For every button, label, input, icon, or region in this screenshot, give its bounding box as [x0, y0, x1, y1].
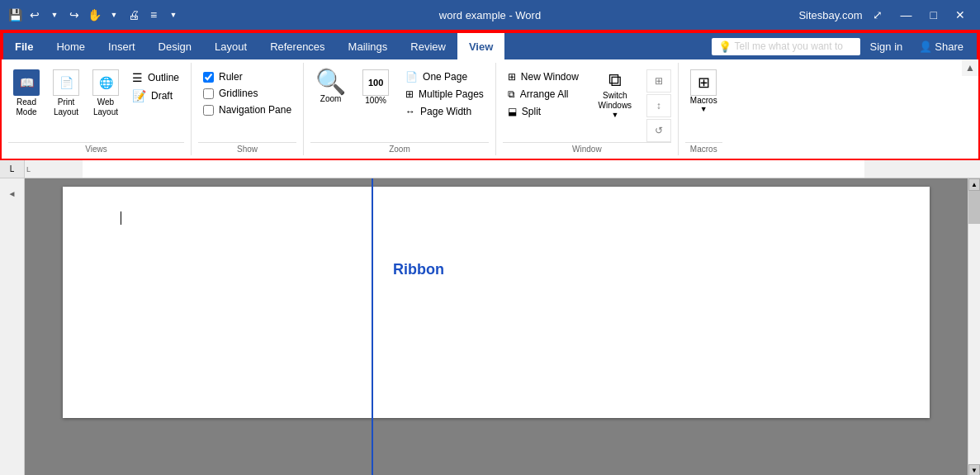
web-layout-icon: 🌐 [92, 69, 119, 96]
print-layout-button[interactable]: 📄 PrintLayout [48, 66, 84, 121]
ribbon-annotation: Ribbon [393, 261, 444, 278]
window-controls: — □ ✕ [892, 7, 973, 23]
print-layout-icon: 📄 [53, 69, 79, 96]
ribbon-group-zoom: 🔍 Zoom 100 100% 📄 One Page ⊞ Mult [304, 63, 496, 155]
maximize-button[interactable]: □ [922, 7, 945, 23]
ribbon-right-section: 💡 Tell me what you want to Sign in 👤 Sha… [712, 33, 977, 59]
reset-position-button[interactable]: ↺ [646, 119, 671, 142]
share-button[interactable]: 👤 Share [912, 40, 970, 53]
expand-icon[interactable]: ▼ [165, 7, 182, 23]
gridlines-checkbox[interactable] [203, 88, 214, 99]
person-icon: 👤 [919, 40, 932, 53]
draft-icon: 📝 [132, 89, 146, 102]
view-side-by-side-button[interactable]: ⊞ [646, 69, 671, 93]
vertical-ruler: ◄ [0, 178, 25, 475]
ruler-ticks: L [25, 160, 980, 178]
sign-in-button[interactable]: Sign in [864, 40, 910, 53]
macros-button[interactable]: ⊞ Macros ▼ [685, 66, 722, 116]
zoom-button[interactable]: 🔍 Zoom [310, 66, 351, 107]
horizontal-ruler: L [25, 160, 980, 178]
new-window-label: New Window [521, 71, 579, 83]
svg-text:L: L [26, 165, 31, 173]
scroll-up-button[interactable]: ▲ [968, 178, 980, 191]
read-mode-button[interactable]: 📖 ReadMode [8, 66, 45, 121]
tab-references[interactable]: References [258, 33, 336, 59]
multiple-pages-button[interactable]: ⊞ Multiple Pages [400, 87, 489, 102]
nav-pane-checkbox-label[interactable]: Navigation Pane [198, 102, 296, 117]
arrange-all-icon: ⧉ [508, 88, 515, 100]
ruler-checkbox-label[interactable]: Ruler [198, 69, 296, 84]
touch-dropdown-icon[interactable]: ▼ [106, 7, 122, 23]
collapse-nav-button[interactable]: ◄ [0, 187, 24, 200]
ruler-corner[interactable]: L [0, 160, 25, 178]
tab-mailings[interactable]: Mailings [337, 33, 400, 59]
one-page-button[interactable]: 📄 One Page [400, 69, 489, 84]
ruler-checkbox[interactable] [203, 72, 214, 83]
zoom-100-label: 100% [365, 96, 386, 105]
macros-dropdown-icon: ▼ [700, 105, 708, 113]
redo-icon[interactable]: ↪ [66, 7, 83, 23]
outline-button[interactable]: ☰ Outline [127, 69, 184, 86]
draft-button[interactable]: 📝 Draft [127, 88, 184, 104]
ribbon-content: 📖 ReadMode 📄 PrintLayout [2, 59, 978, 159]
split-label: Split [522, 106, 541, 117]
zoom-100-button[interactable]: 100 100% [357, 66, 394, 108]
macros-label: Macros [690, 96, 717, 105]
title-bar: 💾 ↩ ▼ ↪ ✋ ▼ 🖨 ≡ ▼ word example - Word Si… [0, 0, 980, 30]
fullscreen-icon[interactable]: ⤢ [869, 7, 886, 23]
customize-icon[interactable]: ≡ [145, 7, 162, 23]
switch-windows-button[interactable]: ⧉ SwitchWindows ▼ [590, 66, 640, 122]
undo-icon[interactable]: ↩ [26, 7, 43, 23]
new-window-button[interactable]: ⊞ New Window [503, 69, 584, 84]
page-width-label: Page Width [420, 106, 471, 117]
nav-pane-checkbox[interactable] [203, 105, 214, 116]
tab-file[interactable]: File [3, 33, 45, 59]
tab-layout[interactable]: Layout [203, 33, 258, 59]
page-width-button[interactable]: ↔ Page Width [400, 104, 489, 119]
undo-dropdown-icon[interactable]: ▼ [46, 7, 63, 23]
show-content: Ruler Gridlines Navigation Pane [198, 63, 296, 142]
split-button[interactable]: ⬓ Split [503, 104, 584, 119]
ribbon-collapse-button[interactable]: ▲ [962, 59, 978, 76]
page-width-icon: ↔ [405, 106, 415, 117]
window-group-label: Window [503, 142, 671, 155]
arrange-all-button[interactable]: ⧉ Arrange All [503, 87, 584, 102]
views-group-label: Views [8, 142, 184, 155]
arrange-all-label: Arrange All [520, 88, 569, 100]
split-icon: ⬓ [508, 106, 517, 117]
tab-insert[interactable]: Insert [97, 33, 147, 59]
web-layout-button[interactable]: 🌐 WebLayout [88, 66, 124, 121]
print-icon[interactable]: 🖨 [125, 7, 142, 23]
zoom-group-label: Zoom [310, 142, 489, 155]
title-bar-left: 💾 ↩ ▼ ↪ ✋ ▼ 🖨 ≡ ▼ [7, 7, 182, 23]
text-cursor [121, 211, 121, 225]
document-area: Ribbon [25, 178, 968, 475]
tab-review[interactable]: Review [399, 33, 457, 59]
scroll-down-button[interactable]: ▼ [968, 464, 980, 475]
touch-icon[interactable]: ✋ [86, 7, 102, 23]
tab-view[interactable]: View [457, 33, 504, 59]
ribbon-group-show: Ruler Gridlines Navigation Pane Show [192, 63, 304, 155]
close-button[interactable]: ✕ [947, 7, 973, 23]
synchronous-scroll-button[interactable]: ↕ [646, 94, 671, 117]
tell-me-input[interactable]: 💡 Tell me what you want to [712, 38, 860, 55]
one-page-icon: 📄 [405, 71, 418, 83]
save-icon[interactable]: 💾 [7, 7, 23, 23]
main-area: ◄ Ribbon ▲ ▼ [0, 178, 980, 475]
switch-windows-label: SwitchWindows [599, 91, 632, 111]
gridlines-checkbox-label[interactable]: Gridlines [198, 86, 296, 101]
tab-design[interactable]: Design [147, 33, 203, 59]
macros-group-label: Macros [685, 142, 722, 155]
web-layout-label: WebLayout [93, 97, 118, 117]
tab-home[interactable]: Home [45, 33, 97, 59]
macros-content: ⊞ Macros ▼ [685, 63, 722, 142]
scroll-thumb[interactable] [968, 191, 980, 224]
right-scrollbar[interactable]: ▲ ▼ [968, 178, 980, 475]
zoom-content: 🔍 Zoom 100 100% 📄 One Page ⊞ Mult [310, 63, 489, 142]
switch-windows-icon: ⧉ [608, 69, 622, 91]
macros-icon: ⊞ [690, 69, 717, 96]
show-group-label: Show [198, 142, 296, 155]
scroll-track[interactable] [968, 191, 980, 464]
minimize-button[interactable]: — [892, 7, 921, 23]
one-page-label: One Page [423, 71, 467, 83]
